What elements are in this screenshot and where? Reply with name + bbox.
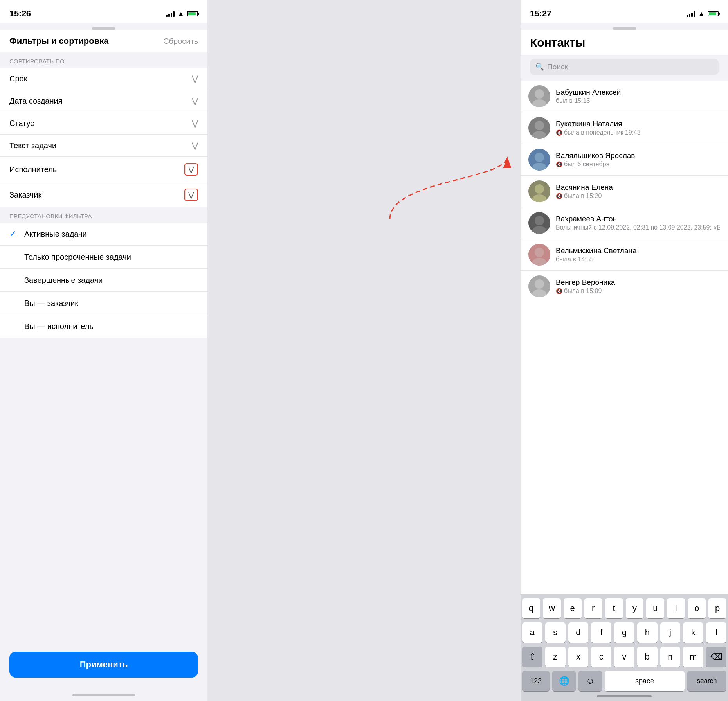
contact-name-6: Вельмискина Светлана — [556, 246, 720, 255]
key-j[interactable]: j — [660, 622, 681, 643]
key-h[interactable]: h — [637, 622, 658, 643]
key-v[interactable]: v — [614, 647, 634, 667]
key-u[interactable]: u — [646, 598, 664, 618]
backspace-key[interactable]: ⌫ — [706, 647, 726, 667]
sort-item-tasktext[interactable]: Текст задачи ⋁ — [0, 135, 207, 157]
key-b[interactable]: b — [637, 647, 658, 667]
avatar-4 — [528, 180, 550, 202]
contact-item-7[interactable]: Венгер Вероника 🔇 была в 15:09 — [521, 271, 728, 302]
key-d[interactable]: d — [568, 622, 589, 643]
filter-funnel-icon-3: ⋁ — [192, 119, 198, 128]
contact-info-2: Букаткина Наталия 🔇 была в понедельник 1… — [556, 120, 720, 136]
key-i[interactable]: i — [667, 598, 685, 618]
search-key[interactable]: search — [687, 671, 726, 691]
key-k[interactable]: k — [683, 622, 703, 643]
contact-name-2: Букаткина Наталия — [556, 120, 720, 128]
preset-completed-tasks-label: Завершенные задачи — [24, 276, 103, 285]
key-e[interactable]: e — [564, 598, 582, 618]
key-f[interactable]: f — [591, 622, 611, 643]
left-phone: 15:26 ▲ Фильтры и сортировка Сбросить СО… — [0, 0, 207, 701]
key-m[interactable]: m — [683, 647, 703, 667]
contact-item-1[interactable]: Бабушкин Алексей был в 15:15 — [521, 81, 728, 112]
key-l[interactable]: l — [706, 622, 726, 643]
sort-item-deadline[interactable]: Срок ⋁ — [0, 68, 207, 90]
left-status-bar: 15:26 ▲ — [0, 0, 207, 23]
preset-you-customer-label: Вы — заказчик — [24, 299, 78, 308]
reset-button[interactable]: Сбросить — [163, 37, 198, 46]
contact-name-4: Васянина Елена — [556, 183, 720, 192]
key-z[interactable]: z — [545, 647, 566, 667]
key-g[interactable]: g — [614, 622, 634, 643]
sort-item-created-label: Дата создания — [9, 97, 63, 106]
svg-point-7 — [535, 184, 544, 194]
sort-item-created[interactable]: Дата создания ⋁ — [0, 90, 207, 112]
checkmark-icon: ✓ — [9, 229, 19, 239]
filters-title: Фильтры и сортировка — [9, 36, 108, 46]
battery-icon — [187, 11, 198, 16]
shift-key[interactable]: ⇧ — [522, 647, 542, 667]
contact-status-4: 🔇 была в 15:20 — [556, 192, 720, 200]
right-battery-icon — [708, 11, 719, 16]
key-n[interactable]: n — [660, 647, 681, 667]
key-y[interactable]: y — [626, 598, 644, 618]
sort-item-status[interactable]: Статус ⋁ — [0, 112, 207, 135]
key-c[interactable]: c — [591, 647, 611, 667]
signal-icon — [166, 11, 175, 17]
contact-status-7: 🔇 была в 15:09 — [556, 288, 720, 295]
contact-item-6[interactable]: Вельмискина Светлана была в 14:55 — [521, 239, 728, 271]
presets-section-label: ПРЕДУСТАНОВКИ ФИЛЬТРА — [0, 207, 207, 223]
emoji-key[interactable]: ☺ — [578, 671, 602, 691]
right-wifi-icon: ▲ — [698, 10, 705, 17]
preset-overdue-tasks-label: Только просроченные задачи — [24, 253, 131, 262]
contact-item-2[interactable]: Букаткина Наталия 🔇 была в понедельник 1… — [521, 112, 728, 144]
preset-you-assignee[interactable]: ✓ Вы — исполнитель — [0, 315, 207, 338]
contact-name-1: Бабушкин Алексей — [556, 88, 720, 97]
left-home-indicator — [72, 694, 135, 696]
globe-key[interactable]: 🌐 — [552, 671, 576, 691]
contact-info-7: Венгер Вероника 🔇 была в 15:09 — [556, 278, 720, 295]
contact-status-5: Больничный с 12.09.2022, 02:31 по 13.09.… — [556, 224, 720, 231]
svg-point-9 — [535, 216, 544, 225]
preset-overdue-tasks[interactable]: ✓ Только просроченные задачи — [0, 246, 207, 269]
preset-list: ✓ Активные задачи ✓ Только просроченные … — [0, 223, 207, 338]
keyboard-row-1: q w e r t y u i o p — [522, 598, 726, 618]
contact-item-3[interactable]: Валяльщиков Ярослав 🔇 был 6 сентября — [521, 144, 728, 176]
key-t[interactable]: t — [605, 598, 623, 618]
keyboard-row-2: a s d f g h j k l — [522, 622, 726, 643]
preset-completed-tasks[interactable]: ✓ Завершенные задачи — [0, 269, 207, 292]
key-a[interactable]: a — [522, 622, 542, 643]
contact-status-1: был в 15:15 — [556, 97, 720, 104]
right-home-bar — [597, 695, 652, 697]
contact-name-7: Венгер Вероника — [556, 278, 720, 287]
key-s[interactable]: s — [545, 622, 566, 643]
contact-info-1: Бабушкин Алексей был в 15:15 — [556, 88, 720, 104]
keyboard-row-3: ⇧ z x c v b n m ⌫ — [522, 647, 726, 667]
sort-section-label: СОРТИРОВАТЬ ПО — [0, 52, 207, 68]
num-key[interactable]: 123 — [522, 671, 550, 691]
preset-you-customer[interactable]: ✓ Вы — заказчик — [0, 292, 207, 315]
right-phone: 15:27 ▲ Контакты 🔍 Поиск — [521, 0, 728, 701]
mute-icon-7: 🔇 — [556, 288, 562, 294]
key-r[interactable]: r — [584, 598, 602, 618]
apply-button[interactable]: Применить — [9, 652, 198, 678]
key-q[interactable]: q — [522, 598, 540, 618]
sort-item-customer[interactable]: Заказчик ⋁ — [0, 182, 207, 207]
search-bar[interactable]: 🔍 Поиск — [530, 59, 719, 75]
filter-funnel-icon-highlighted-2: ⋁ — [184, 189, 198, 201]
key-p[interactable]: p — [708, 598, 726, 618]
contact-status-6: была в 14:55 — [556, 256, 720, 263]
sort-item-assignee[interactable]: Исполнитель ⋁ — [0, 157, 207, 182]
preset-active-tasks[interactable]: ✓ Активные задачи — [0, 223, 207, 246]
svg-point-3 — [535, 121, 544, 130]
contact-item-4[interactable]: Васянина Елена 🔇 была в 15:20 — [521, 176, 728, 207]
svg-point-5 — [535, 153, 544, 162]
contact-name-5: Вахрамеев Антон — [556, 215, 720, 223]
key-w[interactable]: w — [543, 598, 561, 618]
connection-arrow — [366, 149, 531, 227]
avatar-1 — [528, 85, 550, 107]
key-o[interactable]: o — [688, 598, 706, 618]
key-x[interactable]: x — [568, 647, 589, 667]
svg-point-10 — [532, 226, 546, 234]
contact-item-5[interactable]: Вахрамеев Антон Больничный с 12.09.2022,… — [521, 207, 728, 239]
space-key[interactable]: space — [605, 671, 685, 691]
